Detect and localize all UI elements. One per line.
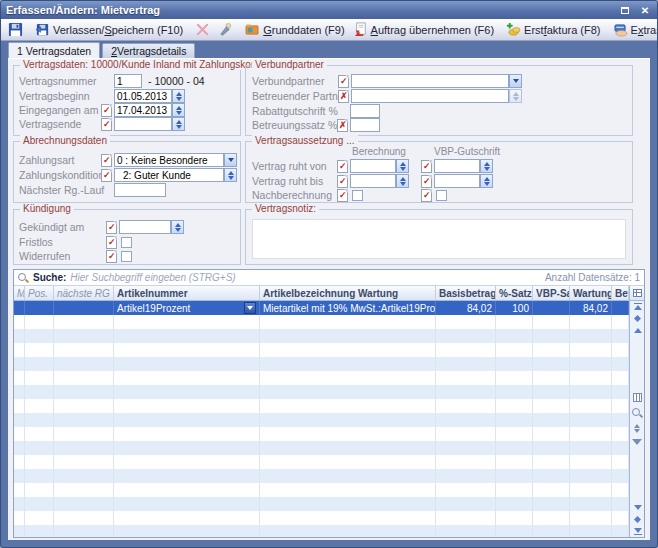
table-row[interactable] [14, 497, 629, 511]
ruht-bis-berechnung-spinner[interactable] [396, 174, 409, 188]
save-button[interactable] [4, 20, 27, 39]
betreuender-partner-field[interactable] [351, 89, 509, 103]
tab-vertragsdetails[interactable]: 2 Vertragsdetails [102, 43, 195, 58]
tab-vertragsdaten[interactable]: 1 Vertragsdaten [8, 42, 100, 58]
table-row[interactable] [14, 455, 629, 469]
verbundpartner-field[interactable] [351, 74, 509, 88]
grunddaten-button[interactable]: Grunddaten (F9) [241, 20, 348, 39]
betreuungssatz-field[interactable] [350, 118, 380, 132]
scroll-to-top-icon[interactable] [633, 303, 642, 311]
table-row-selected[interactable]: Artikel19ProzentMietartikel mit 19% MwSt… [14, 301, 629, 315]
ruht-bis-berechnung-field[interactable] [350, 174, 396, 188]
naechster-rg-lauf-field[interactable] [114, 183, 166, 197]
vertragsbeginn-spinner[interactable] [172, 89, 185, 103]
header-cell[interactable]: Artikelnummer [114, 286, 260, 300]
vertragsnotiz-textarea[interactable] [252, 219, 626, 259]
ruht-von-berechnung-spinner[interactable] [396, 159, 409, 173]
page-down-icon[interactable] [633, 516, 640, 523]
field-check-icon[interactable] [106, 221, 117, 234]
title-bar[interactable]: Erfassen/Ändern: Mietvertrag ✕ [1, 1, 657, 19]
gekuendigt-am-field[interactable] [119, 220, 171, 234]
erstfaktura-button[interactable]: Erstfaktura (F8) [502, 20, 604, 39]
header-cell[interactable]: Artikelbezeichnung Wartung [260, 286, 436, 300]
ruht-bis-vbp-spinner[interactable] [480, 174, 493, 188]
vertragsende-spinner[interactable] [172, 117, 185, 131]
betreuender-partner-spinner[interactable] [509, 89, 522, 103]
nachberechnung-vbp-checkbox[interactable] [436, 190, 447, 201]
table-row[interactable] [14, 357, 629, 371]
extras-button[interactable]: Extras [609, 20, 658, 39]
ruht-von-vbp-spinner[interactable] [480, 159, 493, 173]
page-up-icon[interactable] [633, 315, 640, 322]
table-row[interactable] [14, 329, 629, 343]
fristlos-checkbox[interactable] [121, 237, 132, 248]
vertragsende-field[interactable] [114, 117, 172, 131]
header-cell[interactable]: Basisbetrag € [436, 286, 496, 300]
zahlungsart-combobox[interactable]: 0 : Keine Besondere [114, 153, 224, 167]
zahlungsart-dropdown[interactable] [224, 153, 237, 167]
sort-icon[interactable] [634, 424, 640, 433]
table-row[interactable] [14, 427, 629, 441]
ruht-von-vbp-field[interactable] [434, 159, 480, 173]
table-row[interactable] [14, 315, 629, 329]
stamp-button[interactable] [214, 20, 237, 39]
table-row[interactable] [14, 413, 629, 427]
artikelnummer-dropdown[interactable] [244, 302, 256, 314]
table-row[interactable] [14, 343, 629, 357]
field-cross-icon[interactable] [338, 90, 349, 103]
field-check-icon[interactable] [421, 189, 432, 202]
field-check-icon[interactable] [106, 250, 117, 263]
close-icon[interactable]: ✕ [638, 4, 652, 16]
field-check-icon[interactable] [338, 75, 349, 88]
table-row[interactable] [14, 483, 629, 497]
field-check-icon[interactable] [101, 169, 112, 182]
header-cell[interactable]: M [14, 286, 25, 300]
table-row[interactable] [14, 399, 629, 413]
column-settings-icon[interactable] [633, 393, 642, 402]
table-row[interactable] [14, 511, 629, 525]
field-check-icon[interactable] [337, 189, 348, 202]
header-cell[interactable]: Pos. [25, 286, 54, 300]
ruht-von-berechnung-field[interactable] [350, 159, 396, 173]
filter-icon[interactable] [632, 439, 642, 445]
header-cell[interactable]: VBP-Satz [533, 286, 570, 300]
header-cell[interactable]: nächste RG [54, 286, 114, 300]
header-cell[interactable]: Betre [612, 286, 629, 300]
table-row[interactable] [14, 441, 629, 455]
field-cross-icon[interactable] [337, 119, 348, 132]
table-row[interactable] [14, 469, 629, 483]
field-check-icon[interactable] [337, 160, 348, 173]
rabattgutschrift-field[interactable] [350, 104, 380, 118]
nachberechnung-berechnung-checkbox[interactable] [352, 190, 363, 201]
widerrufen-checkbox[interactable] [121, 251, 132, 262]
field-check-icon[interactable] [421, 160, 432, 173]
table-row[interactable] [14, 525, 629, 537]
column-menu-button[interactable] [630, 286, 644, 301]
eingegangen-am-field[interactable] [114, 103, 172, 117]
scroll-up-icon[interactable] [633, 326, 642, 334]
field-check-icon[interactable] [106, 236, 117, 249]
scroll-down-icon[interactable] [633, 504, 642, 512]
field-check-icon[interactable] [101, 104, 112, 117]
field-check-icon[interactable] [101, 154, 112, 167]
grid-search-icon[interactable] [632, 408, 642, 418]
eingegangen-am-spinner[interactable] [172, 103, 185, 117]
header-cell[interactable]: %-Satz [496, 286, 533, 300]
verbundpartner-dropdown[interactable] [509, 74, 522, 88]
header-cell[interactable]: Wartung € [570, 286, 612, 300]
zahlungskondition-spinner[interactable] [224, 168, 237, 182]
vertragsbeginn-field[interactable] [114, 89, 172, 103]
verlassen-speichern-button[interactable]: Verlassen/Speichern (F10) [31, 20, 187, 39]
vertragsnummer-field[interactable] [114, 74, 142, 88]
gekuendigt-am-spinner[interactable] [171, 220, 184, 234]
table-row[interactable] [14, 371, 629, 385]
field-check-icon[interactable] [337, 175, 348, 188]
zahlungskondition-field[interactable]: 2: Guter Kunde [114, 168, 224, 182]
field-check-icon[interactable] [421, 175, 432, 188]
field-check-icon[interactable] [101, 118, 112, 131]
ruht-bis-vbp-field[interactable] [434, 174, 480, 188]
search-input[interactable] [70, 271, 541, 285]
table-row[interactable] [14, 385, 629, 399]
restore-icon[interactable] [618, 4, 632, 16]
scroll-to-bottom-icon[interactable] [633, 527, 642, 535]
